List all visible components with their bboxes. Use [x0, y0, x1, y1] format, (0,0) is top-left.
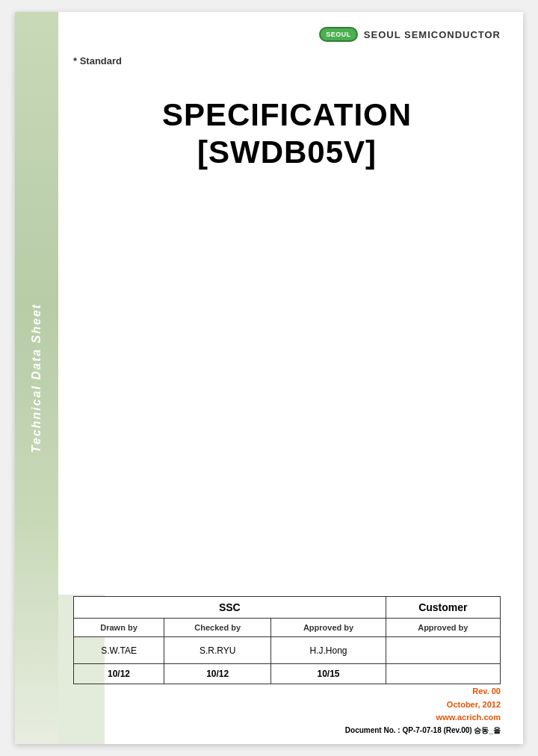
- page-header: SEOUL SEOUL SEMICONDUCTOR: [73, 27, 501, 48]
- side-panel-text: Technical Data Sheet: [30, 303, 43, 453]
- bottom-section: SSC Customer Drawn by Checked by Approve…: [58, 596, 523, 684]
- standard-label: * Standard: [73, 55, 501, 66]
- logo-area: SEOUL SEOUL SEMICONDUCTOR: [319, 27, 501, 42]
- checked-date: 10/12: [164, 664, 271, 684]
- main-title-block: SPECIFICATION [SWDB05V]: [73, 96, 501, 172]
- names-row: S.W.TAE S.R.RYU H.J.Hong: [74, 637, 501, 664]
- customer-header: Customer: [386, 597, 500, 619]
- footer-date: October, 2012: [345, 698, 501, 712]
- approval-table: SSC Customer Drawn by Checked by Approve…: [73, 596, 501, 684]
- title-line1: SPECIFICATION [SWDB05V]: [73, 96, 501, 172]
- approved-name: H.J.Hong: [271, 637, 386, 664]
- drawn-date: 10/12: [74, 664, 164, 684]
- side-panel: Technical Data Sheet: [15, 12, 58, 744]
- document-page: Technical Data Sheet SEOUL SEOUL SEMICON…: [15, 12, 523, 744]
- title-text-line1: SPECIFICATION: [162, 97, 412, 132]
- title-text-line2: [SWDB05V]: [197, 134, 377, 170]
- logo-badge: SEOUL: [319, 27, 358, 42]
- checked-name: S.R.RYU: [164, 637, 271, 664]
- footer-rev: Rev. 00: [345, 685, 501, 698]
- approved-date: 10/15: [271, 664, 386, 684]
- col-approved-header: Approved by: [271, 619, 386, 637]
- ssc-header: SSC: [74, 597, 386, 619]
- col-drawn-header: Drawn by: [74, 619, 164, 637]
- cust-approved-name: [386, 637, 500, 664]
- dates-row: 10/12 10/12 10/15: [74, 664, 501, 684]
- company-name: SEOUL SEMICONDUCTOR: [364, 29, 501, 40]
- col-cust-approved-header: Approved by: [386, 619, 500, 637]
- page-footer: Rev. 00 October, 2012 www.acrich.com Doc…: [345, 685, 501, 737]
- drawn-name: S.W.TAE: [74, 637, 164, 664]
- footer-website: www.acrich.com: [345, 711, 501, 725]
- col-checked-header: Checked by: [164, 619, 271, 637]
- footer-docno: Document No. : QP-7-07-18 (Rev.00) 승동_을: [345, 725, 501, 737]
- cust-date: [386, 664, 500, 684]
